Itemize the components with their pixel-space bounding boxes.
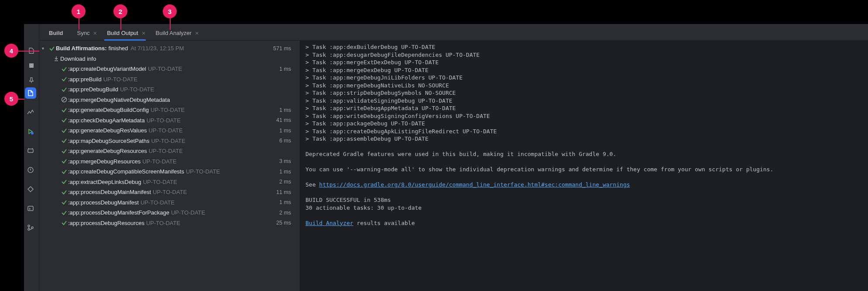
gradle-docs-link[interactable]: https://docs.gradle.org/8.0/userguide/co… <box>319 181 630 188</box>
pin-icon[interactable] <box>27 76 36 85</box>
tab-output-label: Build Output <box>107 30 138 36</box>
task-duration: 11 ms <box>276 189 299 195</box>
build-tree[interactable]: ▾ Build Affirmations: finished At 7/11/2… <box>39 41 299 291</box>
close-icon[interactable]: × <box>93 30 97 36</box>
task-duration: 1 ms <box>279 66 299 72</box>
close-icon[interactable]: × <box>142 30 146 36</box>
tree-root[interactable]: ▾ Build Affirmations: finished At 7/11/2… <box>39 43 299 54</box>
task-name: :app:createDebugVariantModel <box>68 66 146 72</box>
task-name: :app:createDebugCompatibleScreenManifest… <box>68 168 184 175</box>
build-analyzer-link[interactable]: Build Analyzer <box>305 220 353 226</box>
tab-build-analyzer[interactable]: Build Analyzer× <box>149 26 202 40</box>
task-state: UP-TO-DATE <box>153 189 187 195</box>
task-name: :app:processDebugManifestForPackage <box>68 209 169 216</box>
tool-window-sidebar <box>24 87 37 233</box>
tree-task-row[interactable]: :app:checkDebugAarMetadataUP-TO-DATE41 m… <box>39 115 299 126</box>
task-name: :app:checkDebugAarMetadata <box>68 117 145 124</box>
logcat-icon[interactable] <box>25 145 36 156</box>
task-duration: 2 ms <box>279 179 299 185</box>
check-icon <box>60 210 68 216</box>
build-tabs: Build Sync× Build Output× Build Analyzer… <box>39 24 868 41</box>
check-icon <box>60 66 68 72</box>
callout-3: 3 <box>163 4 177 18</box>
check-icon <box>60 128 68 134</box>
task-duration: 25 ms <box>276 220 299 226</box>
inspection-icon[interactable] <box>25 184 36 195</box>
profiler-icon[interactable] <box>25 107 36 118</box>
tree-task-row[interactable]: :app:preBuildUP-TO-DATE <box>39 74 299 85</box>
check-icon <box>60 199 68 205</box>
tree-task-row[interactable]: :app:preDebugBuildUP-TO-DATE <box>39 84 299 95</box>
build-log[interactable]: > Task :app:dexBuilderDebug UP-TO-DATE >… <box>299 41 868 291</box>
task-name: :app:extractDeepLinksDebug <box>68 179 141 185</box>
build-tool-window-icon[interactable] <box>25 87 36 99</box>
task-name: :app:preBuild <box>68 76 102 83</box>
svg-rect-1 <box>28 149 33 152</box>
svg-rect-7 <box>29 63 34 68</box>
callout-line <box>170 18 171 30</box>
tree-task-row[interactable]: :app:mapDebugSourceSetPathsUP-TO-DATE6 m… <box>39 136 299 146</box>
check-icon <box>60 169 68 175</box>
task-name: :app:mergeDebugResources <box>68 158 141 165</box>
task-name: :app:processDebugManifest <box>68 199 139 206</box>
vcs-icon[interactable] <box>25 222 36 233</box>
check-icon <box>60 87 68 93</box>
tree-download[interactable]: Download info <box>39 54 299 64</box>
svg-point-5 <box>28 229 30 230</box>
tree-root-state: finished <box>109 45 128 52</box>
tree-task-row[interactable]: :app:generateDebugResourcesUP-TO-DATE <box>39 146 299 156</box>
task-state: UP-TO-DATE <box>103 76 137 83</box>
task-duration: 1 ms <box>279 169 299 175</box>
check-icon <box>60 148 68 154</box>
tab-build-output[interactable]: Build Output× <box>101 26 149 40</box>
tab-sync-label: Sync <box>77 30 90 36</box>
tree-root-ts: At 7/11/23, 12:15 PM <box>130 45 184 52</box>
tree-task-row[interactable]: :app:processDebugMainManifestUP-TO-DATE1… <box>39 187 299 197</box>
callout-line <box>18 51 39 52</box>
tree-task-row[interactable]: :app:processDebugManifestForPackageUP-TO… <box>39 208 299 218</box>
task-name: :app:processDebugResources <box>68 220 144 226</box>
tree-task-row[interactable]: :app:processDebugManifestUP-TO-DATE1 ms <box>39 197 299 208</box>
check-icon <box>60 76 68 82</box>
svg-rect-3 <box>28 206 33 211</box>
log-text: You can use '--warning-mode all' to show… <box>305 166 773 173</box>
stop-icon[interactable] <box>27 61 36 70</box>
task-duration: 1 ms <box>279 107 299 113</box>
svg-point-0 <box>31 132 34 135</box>
check-icon <box>60 117 68 123</box>
tree-task-row[interactable]: :app:createDebugCompatibleScreenManifest… <box>39 166 299 177</box>
download-icon <box>52 55 60 62</box>
task-state: UP-TO-DATE <box>146 220 180 226</box>
task-name: :app:generateDebugBuildConfig <box>68 107 149 113</box>
problems-icon[interactable] <box>25 164 36 176</box>
tab-analyzer-label: Build Analyzer <box>155 30 191 36</box>
close-icon[interactable]: × <box>195 30 199 36</box>
tab-build[interactable]: Build <box>43 26 71 40</box>
tree-task-row[interactable]: :app:generateDebugBuildConfigUP-TO-DATE1… <box>39 105 299 115</box>
callout-5: 5 <box>4 92 18 106</box>
log-text: Deprecated Gradle features were used in … <box>305 151 616 157</box>
svg-point-4 <box>28 225 30 227</box>
tree-task-row[interactable]: :app:extractDeepLinksDebugUP-TO-DATE2 ms <box>39 177 299 187</box>
task-duration: 3 ms <box>279 158 299 164</box>
log-text: BUILD SUCCESSFUL in 538ms <box>305 197 391 203</box>
tree-task-row[interactable]: :app:processDebugResourcesUP-TO-DATE25 m… <box>39 218 299 229</box>
task-duration: 41 ms <box>276 117 299 123</box>
chevron-down-icon[interactable]: ▾ <box>42 46 48 51</box>
tree-task-row[interactable]: :app:mergeDebugNativeDebugMetadata <box>39 95 299 105</box>
run-icon[interactable] <box>25 126 36 137</box>
task-name: :app:mapDebugSourceSetPaths <box>68 138 149 144</box>
log-text: 30 actionable tasks: 30 up-to-date <box>305 204 422 211</box>
tree-task-row[interactable]: :app:mergeDebugResourcesUP-TO-DATE3 ms <box>39 156 299 167</box>
task-state: UP-TO-DATE <box>171 209 205 216</box>
tree-task-row[interactable]: :app:createDebugVariantModelUP-TO-DATE1 … <box>39 64 299 74</box>
callout-1: 1 <box>72 4 86 18</box>
terminal-icon[interactable] <box>25 203 36 214</box>
tree-task-row[interactable]: :app:generateDebugResValuesUP-TO-DATE1 m… <box>39 125 299 136</box>
check-icon <box>48 45 56 52</box>
check-icon <box>60 138 68 144</box>
task-name: :app:preDebugBuild <box>68 86 118 93</box>
tab-sync[interactable]: Sync× <box>71 26 101 40</box>
svg-point-6 <box>31 227 33 229</box>
task-state: UP-TO-DATE <box>151 138 185 144</box>
